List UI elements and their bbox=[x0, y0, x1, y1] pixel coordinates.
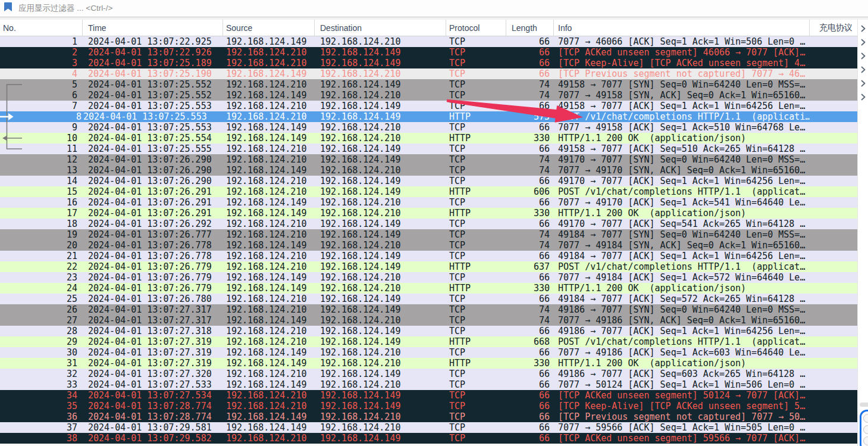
packet-row[interactable]: 33 2024-04-01 13:07:27.533 192.168.124.1… bbox=[0, 379, 857, 390]
packet-row[interactable]: 25 2024-04-01 13:07:26.780 192.168.124.2… bbox=[0, 294, 857, 304]
packet-row[interactable]: 13 2024-04-01 13:07:26.290 192.168.124.1… bbox=[0, 165, 857, 176]
cell-info: [TCP ACKed unseen segment] 50124 → 7077 … bbox=[554, 390, 810, 401]
cell-source-ip: 192.168.124.210 bbox=[223, 144, 315, 154]
packet-row[interactable]: 29 2024-04-01 13:07:27.319 192.168.124.2… bbox=[0, 336, 857, 347]
packet-row[interactable]: 27 2024-04-01 13:07:27.317 192.168.124.1… bbox=[0, 315, 857, 326]
column-header-no[interactable]: No. bbox=[0, 20, 83, 36]
packet-row[interactable]: 14 2024-04-01 13:07:26.290 192.168.124.2… bbox=[0, 176, 857, 186]
packet-row[interactable]: 17 2024-04-01 13:07:26.291 192.168.124.1… bbox=[0, 208, 857, 219]
cell-charge-protocol bbox=[810, 68, 857, 79]
cell-source-ip: 192.168.124.210 bbox=[223, 186, 315, 197]
packet-row[interactable]: 22 2024-04-01 13:07:26.779 192.168.124.2… bbox=[0, 261, 857, 272]
cell-charge-protocol bbox=[810, 433, 857, 444]
column-header-info[interactable]: Info bbox=[554, 20, 810, 36]
cell-protocol: TCP bbox=[446, 369, 506, 379]
cell-destination-ip: 192.168.124.210 bbox=[315, 165, 446, 176]
cell-charge-protocol bbox=[810, 401, 857, 411]
packet-row[interactable]: 3 2024-04-01 13:07:25.189 192.168.124.21… bbox=[0, 58, 857, 68]
packet-row[interactable]: 28 2024-04-01 13:07:27.318 192.168.124.2… bbox=[0, 326, 857, 336]
cell-source-ip: 192.168.124.210 bbox=[223, 58, 315, 68]
cell-charge-protocol bbox=[810, 197, 857, 208]
cell-time: 2024-04-01 13:07:26.291 bbox=[83, 186, 223, 197]
display-filter-bar[interactable]: 应用显示过滤器 ... <Ctrl-/> bbox=[0, 0, 868, 17]
packet-row[interactable]: 32 2024-04-01 13:07:27.320 192.168.124.2… bbox=[0, 369, 857, 379]
packet-row[interactable]: 8 2024-04-01 13:07:25.553 192.168.124.21… bbox=[0, 111, 857, 122]
cell-info: 49186 → 7077 [SYN] Seq=0 Win=64240 Len=0… bbox=[554, 304, 810, 315]
cell-info: 49158 → 7077 [ACK] Seq=1 Ack=1 Win=64256… bbox=[554, 101, 810, 111]
cell-packet-number: 13 bbox=[0, 165, 83, 176]
column-header-protocol[interactable]: Protocol bbox=[446, 20, 506, 36]
packet-row[interactable]: 26 2024-04-01 13:07:27.317 192.168.124.2… bbox=[0, 304, 857, 315]
packet-row[interactable]: 10 2024-04-01 13:07:25.554 192.168.124.1… bbox=[0, 133, 857, 144]
cell-charge-protocol bbox=[810, 111, 857, 122]
packet-row[interactable]: 7 2024-04-01 13:07:25.553 192.168.124.21… bbox=[0, 101, 857, 111]
packet-row[interactable]: 5 2024-04-01 13:07:25.552 192.168.124.21… bbox=[0, 79, 857, 90]
filter-bookmark-button[interactable] bbox=[0, 1, 15, 16]
cell-info: 49170 → 7077 [ACK] Seq=1 Ack=1 Win=64256… bbox=[554, 176, 810, 186]
cell-source-ip: 192.168.124.210 bbox=[223, 251, 315, 261]
packet-row[interactable]: 31 2024-04-01 13:07:27.319 192.168.124.1… bbox=[0, 358, 857, 369]
cell-protocol: TCP bbox=[446, 422, 506, 433]
packet-row[interactable]: 19 2024-04-01 13:07:26.777 192.168.124.2… bbox=[0, 229, 857, 240]
packet-row[interactable]: 12 2024-04-01 13:07:26.290 192.168.124.2… bbox=[0, 154, 857, 165]
cell-length: 66 bbox=[506, 176, 554, 186]
cell-charge-protocol bbox=[810, 186, 857, 197]
packet-row[interactable]: 2 2024-04-01 13:07:22.926 192.168.124.21… bbox=[0, 47, 857, 58]
cell-protocol: TCP bbox=[446, 294, 506, 304]
chevron-right-icon[interactable] bbox=[860, 51, 867, 58]
cell-time: 2024-04-01 13:07:26.779 bbox=[83, 283, 223, 294]
cell-length: 66 bbox=[506, 433, 554, 444]
cell-time: 2024-04-01 13:07:25.190 bbox=[83, 68, 223, 79]
toolbar-button[interactable] bbox=[863, 436, 868, 445]
cell-info: 49184 → 7077 [ACK] Seq=1 Ack=1 Win=64256… bbox=[554, 251, 810, 261]
cell-packet-number: 11 bbox=[0, 144, 83, 154]
packet-row[interactable]: 30 2024-04-01 13:07:27.319 192.168.124.1… bbox=[0, 347, 857, 358]
display-filter-input[interactable]: 应用显示过滤器 ... <Ctrl-/> bbox=[18, 3, 112, 14]
packet-row[interactable]: 37 2024-04-01 13:07:29.581 192.168.124.1… bbox=[0, 422, 857, 433]
cell-charge-protocol bbox=[810, 219, 857, 229]
packet-row[interactable]: 20 2024-04-01 13:07:26.778 192.168.124.1… bbox=[0, 240, 857, 251]
cell-protocol: TCP bbox=[446, 36, 506, 47]
cell-time: 2024-04-01 13:07:25.555 bbox=[83, 144, 223, 154]
packet-row[interactable]: 21 2024-04-01 13:07:26.778 192.168.124.2… bbox=[0, 251, 857, 261]
cell-destination-ip: 192.168.124.149 bbox=[315, 261, 446, 272]
packet-row[interactable]: 4 2024-04-01 13:07:25.190 192.168.124.14… bbox=[0, 68, 857, 79]
packet-row[interactable]: 24 2024-04-01 13:07:26.779 192.168.124.1… bbox=[0, 283, 857, 294]
cell-packet-number: 30 bbox=[0, 347, 83, 358]
chevron-right-icon[interactable] bbox=[860, 23, 867, 30]
cell-packet-number: 20 bbox=[0, 240, 83, 251]
packet-row[interactable]: 18 2024-04-01 13:07:26.292 192.168.124.2… bbox=[0, 219, 857, 229]
packet-row[interactable]: 38 2024-04-01 13:07:29.582 192.168.124.2… bbox=[0, 433, 857, 444]
cell-protocol: HTTP bbox=[446, 336, 506, 347]
cell-charge-protocol bbox=[810, 36, 857, 47]
packet-row[interactable]: 34 2024-04-01 13:07:27.534 192.168.124.2… bbox=[0, 390, 857, 401]
chevron-right-icon[interactable] bbox=[860, 64, 867, 71]
cell-time: 2024-04-01 13:07:22.926 bbox=[83, 47, 223, 58]
cell-length: 66 bbox=[506, 422, 554, 433]
toolbar-handle[interactable] bbox=[860, 403, 868, 407]
cell-time: 2024-04-01 13:07:25.189 bbox=[83, 58, 223, 68]
chevron-right-icon[interactable] bbox=[860, 37, 867, 44]
toolbar-button[interactable] bbox=[863, 425, 868, 434]
cell-time: 2024-04-01 13:07:27.533 bbox=[83, 379, 223, 390]
packet-row[interactable]: 23 2024-04-01 13:07:26.779 192.168.124.1… bbox=[0, 272, 857, 283]
packet-row[interactable]: 16 2024-04-01 13:07:26.291 192.168.124.1… bbox=[0, 197, 857, 208]
cell-protocol: TCP bbox=[446, 101, 506, 111]
column-header-charge-protocol[interactable]: 充电协议 bbox=[810, 20, 857, 36]
packet-row[interactable]: 9 2024-04-01 13:07:25.553 192.168.124.14… bbox=[0, 122, 857, 133]
column-header-time[interactable]: Time bbox=[83, 20, 223, 36]
chevron-right-icon[interactable] bbox=[860, 92, 867, 99]
column-header-source[interactable]: Source bbox=[223, 20, 315, 36]
packet-row[interactable]: 15 2024-04-01 13:07:26.291 192.168.124.2… bbox=[0, 186, 857, 197]
packet-row[interactable]: 35 2024-04-01 13:07:28.774 192.168.124.2… bbox=[0, 401, 857, 411]
cell-packet-number: 10 bbox=[0, 133, 83, 144]
column-header-length[interactable]: Length bbox=[506, 20, 554, 36]
cell-protocol: TCP bbox=[446, 58, 506, 68]
packet-row[interactable]: 11 2024-04-01 13:07:25.555 192.168.124.2… bbox=[0, 144, 857, 154]
packet-row[interactable]: 6 2024-04-01 13:07:25.552 192.168.124.14… bbox=[0, 90, 857, 101]
packet-row[interactable]: 36 2024-04-01 13:07:28.774 192.168.124.1… bbox=[0, 411, 857, 422]
packet-row[interactable]: 1 2024-04-01 13:07:22.925 192.168.124.14… bbox=[0, 36, 857, 47]
column-header-destination[interactable]: Destination bbox=[315, 20, 446, 36]
toolbar-button[interactable] bbox=[863, 414, 868, 423]
chevron-right-icon[interactable] bbox=[860, 78, 867, 85]
